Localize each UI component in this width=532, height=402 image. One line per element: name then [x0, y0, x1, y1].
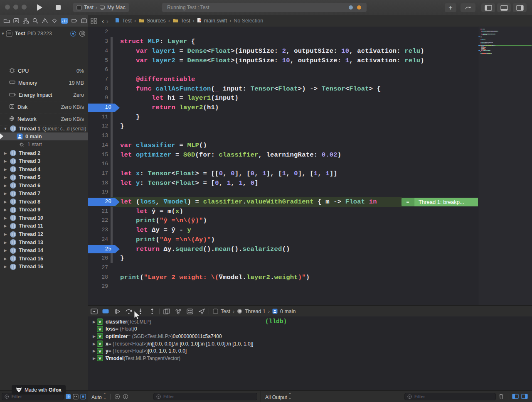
filter-input[interactable] — [163, 394, 254, 400]
debug-view-hierarchy-button[interactable] — [161, 309, 172, 314]
zoom-window-button[interactable] — [22, 5, 27, 10]
environment-overrides-button[interactable] — [184, 309, 196, 314]
filter-running-threads-icon[interactable] — [65, 394, 71, 400]
disclosure-triangle[interactable]: ▶ — [0, 184, 8, 188]
console[interactable]: (lldb) — [261, 316, 532, 390]
thread-row[interactable]: ▶Thread 6 — [0, 181, 88, 189]
disclosure-triangle[interactable]: ▶ — [0, 159, 8, 163]
disclosure-triangle[interactable]: ▶ — [0, 224, 8, 228]
thread-row[interactable]: ▶Thread 16 — [0, 263, 88, 271]
console-filter-field[interactable] — [404, 393, 496, 400]
run-button[interactable] — [36, 3, 43, 13]
debug-breadcrumb[interactable]: Test› Thread 1› 0 main — [213, 309, 296, 314]
minimap[interactable] — [478, 27, 532, 305]
hide-debug-area-button[interactable] — [88, 309, 100, 314]
disclosure-triangle[interactable]: ▶ — [0, 240, 8, 245]
thread-row[interactable]: ▶Thread 2 — [0, 149, 88, 157]
disclosure-triangle[interactable]: ▶ — [0, 175, 8, 179]
thread-row[interactable]: ▶Thread 8 — [0, 198, 88, 206]
variable-row-optimizer[interactable]: ▶Voptimizer = (SGD<Test.MLP>) 0x00000001… — [88, 333, 264, 340]
gauge-row-network[interactable]: NetworkZero KB/s — [0, 113, 88, 125]
thread-row[interactable]: ▶Thread 5 — [0, 174, 88, 181]
thread-row[interactable]: ▶Thread 3 — [0, 157, 88, 165]
source-editor[interactable] — [88, 27, 478, 305]
variable-row-x[interactable]: ▶Vx = (Tensor<Float>) \n[[0.0, 0.0],\n [… — [88, 340, 264, 348]
variable-row-∇model[interactable]: ▶V∇model (Test.MLP.TangentVector) — [88, 355, 264, 362]
disclosure-triangle[interactable]: ▶ — [0, 232, 8, 236]
thread-1-row[interactable]: ▼ Thread 1 Queue: c...d (serial) — [0, 125, 88, 132]
memory-graph-button[interactable] — [172, 309, 184, 314]
close-window-button[interactable] — [5, 5, 10, 10]
breadcrumb-item[interactable]: Sources — [147, 18, 166, 24]
breadcrumb[interactable]: Test›Sources›Test›main.swift›No Selectio… — [115, 17, 263, 24]
disclosure-triangle[interactable]: ▶ — [0, 167, 8, 172]
toggle-inspector-button[interactable] — [513, 3, 527, 12]
variables-filter-field[interactable] — [153, 393, 257, 400]
disclosure-triangle[interactable]: ▶ — [0, 265, 8, 269]
step-out-button[interactable] — [146, 308, 158, 314]
library-button[interactable]: + — [445, 3, 456, 12]
breakpoint-navigator-icon[interactable] — [71, 17, 78, 24]
disclosure-triangle[interactable]: ▶ — [91, 334, 97, 338]
stack-frame-row-start[interactable]: 1 start — [0, 141, 88, 149]
report-navigator-icon[interactable] — [81, 17, 87, 24]
step-over-button[interactable] — [123, 308, 135, 314]
breadcrumb-item[interactable]: No Selection — [234, 18, 263, 24]
disclosure-triangle[interactable]: ▶ — [91, 356, 97, 360]
search-navigator-icon[interactable] — [32, 17, 39, 24]
gauge-row-disk[interactable]: DiskZero KB/s — [0, 101, 88, 113]
process-row[interactable]: ▼ Test PID 78223 — [0, 29, 88, 38]
thread-row[interactable]: ▶Thread 15 — [0, 255, 88, 262]
disclosure-triangle[interactable]: ▶ — [91, 342, 97, 346]
breadcrumb-item[interactable]: Test — [181, 18, 190, 24]
project-navigator-icon[interactable] — [3, 17, 10, 24]
thread-row[interactable]: ▶Thread 9 — [0, 206, 88, 214]
thread-row[interactable]: ▶Thread 13 — [0, 238, 88, 246]
gauge-row-energy-impact[interactable]: Energy ImpactZero — [0, 89, 88, 101]
stack-frame-row-main[interactable]: 0 main — [0, 132, 88, 140]
code-review-button[interactable] — [461, 3, 475, 12]
breadcrumb-item[interactable]: Test — [122, 18, 132, 24]
show-variables-view-icon[interactable] — [512, 394, 519, 399]
source-control-navigator-icon[interactable] — [13, 17, 20, 24]
disclosure-triangle[interactable]: ▶ — [0, 248, 8, 252]
thread-row[interactable]: ▶Thread 7 — [0, 190, 88, 198]
variable-row-y[interactable]: ▶Vy = (Tensor<Float>) [0.0, 1.0, 1.0, 0.… — [88, 347, 264, 355]
disclosure-triangle[interactable]: ▶ — [0, 200, 8, 204]
gauge-row-cpu[interactable]: CPU0% — [0, 65, 88, 77]
simulate-location-button[interactable] — [196, 309, 207, 314]
show-console-view-icon[interactable] — [521, 394, 528, 399]
variable-row-classifier[interactable]: ▶Vclassifier (Test.MLP) — [88, 318, 264, 326]
filter-flagged-icon[interactable] — [80, 394, 86, 400]
thread-row[interactable]: ▶Thread 12 — [0, 230, 88, 238]
variables-scope-selector[interactable]: Auto ⌃⌄ — [91, 393, 106, 400]
thread-row[interactable]: ▶Thread 4 — [0, 165, 88, 173]
disclosure-triangle[interactable]: ▼ — [0, 32, 6, 36]
console-output-selector[interactable]: All Output ⌃⌄ — [265, 393, 292, 400]
stop-button[interactable] — [55, 5, 61, 12]
variable-row-loss[interactable]: Vloss = (Float) 0 — [88, 326, 264, 333]
minimize-window-button[interactable] — [13, 5, 18, 10]
filter-view-icon[interactable] — [73, 394, 79, 400]
back-button[interactable]: ‹ — [102, 17, 104, 25]
test-navigator-icon[interactable] — [51, 17, 58, 24]
info-icon[interactable] — [123, 394, 128, 400]
breakpoints-toggle-button[interactable] — [100, 309, 111, 314]
disclosure-triangle[interactable]: ▶ — [0, 191, 8, 196]
disclosure-triangle[interactable]: ▶ — [91, 320, 97, 324]
breadcrumb-item[interactable]: main.swift — [204, 18, 227, 24]
scheme-selector[interactable]: Test › My Mac — [73, 3, 129, 12]
disclosure-triangle[interactable]: ▶ — [0, 208, 8, 212]
filter-input[interactable] — [414, 394, 493, 400]
variables-view[interactable]: ▶Vclassifier (Test.MLP)Vloss = (Float) 0… — [88, 316, 261, 390]
thread-row[interactable]: ▶Thread 11 — [0, 222, 88, 230]
disclosure-triangle[interactable]: ▶ — [0, 151, 8, 155]
continue-button[interactable] — [111, 309, 123, 314]
thread-row[interactable]: ▶Thread 10 — [0, 214, 88, 222]
symbol-navigator-icon[interactable] — [22, 17, 29, 24]
disclosure-triangle[interactable]: ▼ — [0, 127, 8, 131]
toggle-navigator-button[interactable] — [481, 3, 495, 12]
toggle-debug-area-button[interactable] — [497, 3, 511, 12]
trash-icon[interactable] — [498, 393, 504, 400]
disclosure-triangle[interactable]: ▶ — [91, 349, 97, 353]
